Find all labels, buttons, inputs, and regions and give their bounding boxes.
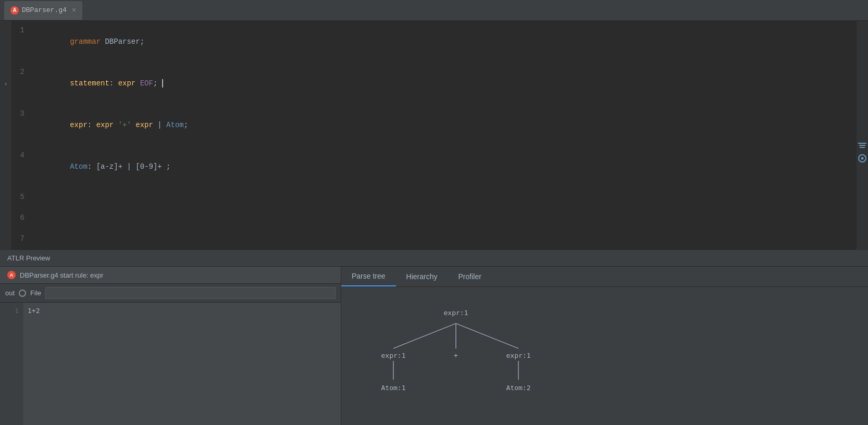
line-number-4: 4 [11,146,35,159]
preview-title: ATLR Preview [0,250,868,267]
tree-node-root: expr:1 [444,309,468,317]
edge-root-left [393,323,456,348]
code-line-7: 7 [11,229,857,250]
line-number-2: 2 [11,63,35,76]
tab-bar: A DBParser.g4 × [0,0,868,21]
input-content-area: 1 1+2 [0,303,341,425]
tree-node-right: expr:1 [506,352,531,359]
preview-content: A DBParser.g4 start rule: expr out File … [0,267,868,425]
bottom-area: ATLR Preview A DBParser.g4 start rule: e… [0,250,868,425]
token-eof: EOF [140,79,153,88]
editor-area: › 1 grammar DBParser; 2 statement: expr … [0,21,868,250]
parse-tree-svg: expr:1 expr:1 + expr:1 Atom:1 Atom:2 [352,297,612,412]
line-content-1: grammar DBParser; [35,21,857,63]
tree-area: expr:1 expr:1 + expr:1 Atom:1 Atom:2 [341,287,868,425]
line-number-3: 3 [11,104,35,118]
file-label: File [30,289,41,297]
left-panel: A DBParser.g4 start rule: expr out File … [0,267,341,425]
file-radio-button[interactable] [19,290,26,297]
file-path-input[interactable] [45,287,336,299]
edge-root-right [456,323,518,348]
text-cursor [157,79,163,88]
code-editor[interactable]: 1 grammar DBParser; 2 statement: expr EO… [11,21,857,250]
tab-parse-tree[interactable]: Parse tree [341,267,396,286]
code-line-5: 5 [11,188,857,208]
tab-hierarchy[interactable]: Hierarchy [396,267,448,286]
bars-icon[interactable] [858,141,867,150]
tree-node-plus: + [454,352,458,359]
tree-node-atom1: Atom:1 [381,384,406,392]
input-row: out File [0,284,341,303]
token-statement: statement [70,79,109,88]
line-number-5: 5 [11,188,35,201]
code-line-3: 3 expr: expr '+' expr | Atom; [11,104,857,146]
line-content-5 [35,188,857,198]
code-line-6: 6 [11,208,857,229]
token-plus-string: '+' [118,121,131,129]
tree-node-atom2: Atom:2 [506,384,531,392]
input-line-numbers: 1 [0,303,23,425]
tabs-row: Parse tree Hierarchy Profiler [341,267,868,287]
line-content-6 [35,208,857,219]
tree-node-left: expr:1 [381,352,406,359]
file-tab[interactable]: A DBParser.g4 × [4,1,82,20]
antlr-icon: A [10,6,19,15]
panel-header: A DBParser.g4 start rule: expr [0,267,341,284]
side-icons [857,21,868,250]
code-line-1: 1 grammar DBParser; [11,21,857,63]
token-dbparser: DBParser; [105,38,144,46]
token-az: [a-z]+ [96,162,122,171]
code-line-4: 4 Atom: [a-z]+ | [0-9]+ ; [11,146,857,188]
tab-filename: DBParser.g4 [22,6,67,14]
left-gutter: › [0,21,11,250]
line-content-2: statement: expr EOF; [35,63,857,104]
line-content-4: Atom: [a-z]+ | [0-9]+ ; [35,146,857,188]
tab-profiler[interactable]: Profiler [448,267,492,286]
line-number-6: 6 [11,208,35,222]
line-number-1: 1 [11,21,35,34]
code-line-2: 2 statement: expr EOF; [11,63,857,104]
line-content-3: expr: expr '+' expr | Atom; [35,104,857,146]
dot-icon[interactable] [858,154,866,162]
input-text-area[interactable]: 1+2 [23,303,341,425]
line-number-7: 7 [11,229,35,243]
right-panel: Parse tree Hierarchy Profiler [341,267,868,425]
line-content-7 [35,229,857,240]
close-tab-icon[interactable]: × [72,6,76,15]
antlr-small-icon: A [7,271,16,279]
input-content-1: 1+2 [28,307,40,315]
token-09: [0-9]+ [135,162,162,171]
token-atom: Atom [166,121,184,129]
token-grammar: grammar [70,38,105,46]
panel-header-text: DBParser.g4 start rule: expr [20,271,103,279]
input-line-num-1: 1 [0,307,19,315]
fold-arrow[interactable]: › [4,80,7,89]
input-label: out [5,289,15,297]
